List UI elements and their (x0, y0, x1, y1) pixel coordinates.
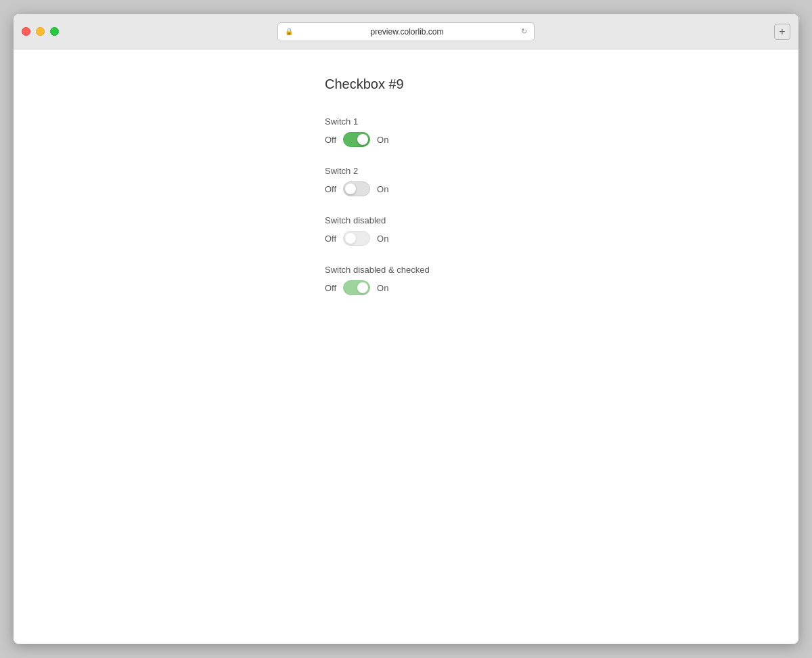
switch-1-off-label: Off (325, 135, 336, 145)
address-bar-container: 🔒 preview.colorlib.com ↻ (277, 22, 535, 41)
switch-disabled-checked-label: Switch disabled & checked (325, 265, 430, 275)
switch-disabled-checked-on-label: On (377, 283, 388, 293)
page-title: Checkbox #9 (325, 76, 404, 92)
traffic-lights (22, 27, 59, 36)
lock-icon: 🔒 (285, 28, 293, 35)
switch-group-2: Switch 2 Off On (325, 166, 388, 196)
switch-disabled-checked-row: Off On (325, 280, 430, 295)
switch-disabled-toggle (343, 231, 370, 246)
switch-disabled-label: Switch disabled (325, 215, 388, 225)
switch-group-disabled-checked: Switch disabled & checked Off On (325, 265, 430, 295)
switch-1-on-label: On (377, 135, 388, 145)
close-button[interactable] (22, 27, 30, 36)
switch-2-label: Switch 2 (325, 166, 388, 176)
browser-window: 🔒 preview.colorlib.com ↻ + Checkbox #9 S… (14, 14, 798, 644)
maximize-button[interactable] (50, 27, 59, 36)
switch-disabled-row: Off On (325, 231, 388, 246)
switch-1-label: Switch 1 (325, 116, 388, 127)
minimize-button[interactable] (36, 27, 45, 36)
switch-disabled-checked-thumb (357, 282, 368, 293)
browser-content: Checkbox #9 Switch 1 Off On Switch 2 Off… (14, 49, 798, 644)
browser-titlebar: 🔒 preview.colorlib.com ↻ + (14, 14, 798, 49)
switch-1-thumb (357, 134, 368, 145)
switch-1-row: Off On (325, 132, 388, 147)
switch-disabled-thumb (345, 233, 356, 244)
switch-disabled-checked-off-label: Off (325, 283, 336, 293)
address-bar[interactable]: 🔒 preview.colorlib.com ↻ (277, 22, 535, 41)
switch-2-off-label: Off (325, 184, 336, 194)
switch-disabled-checked-toggle (343, 280, 370, 295)
switch-2-on-label: On (377, 184, 388, 194)
switch-disabled-off-label: Off (325, 234, 336, 244)
switch-2-thumb (345, 183, 356, 194)
switch-group-1: Switch 1 Off On (325, 116, 388, 147)
switch-2-row: Off On (325, 181, 388, 196)
new-tab-button[interactable]: + (774, 24, 790, 40)
switch-2-toggle[interactable] (343, 181, 370, 196)
switch-disabled-on-label: On (377, 234, 388, 244)
refresh-icon[interactable]: ↻ (521, 27, 527, 36)
url-text: preview.colorlib.com (297, 27, 517, 37)
switch-1-toggle[interactable] (343, 132, 370, 147)
switch-group-disabled: Switch disabled Off On (325, 215, 388, 246)
